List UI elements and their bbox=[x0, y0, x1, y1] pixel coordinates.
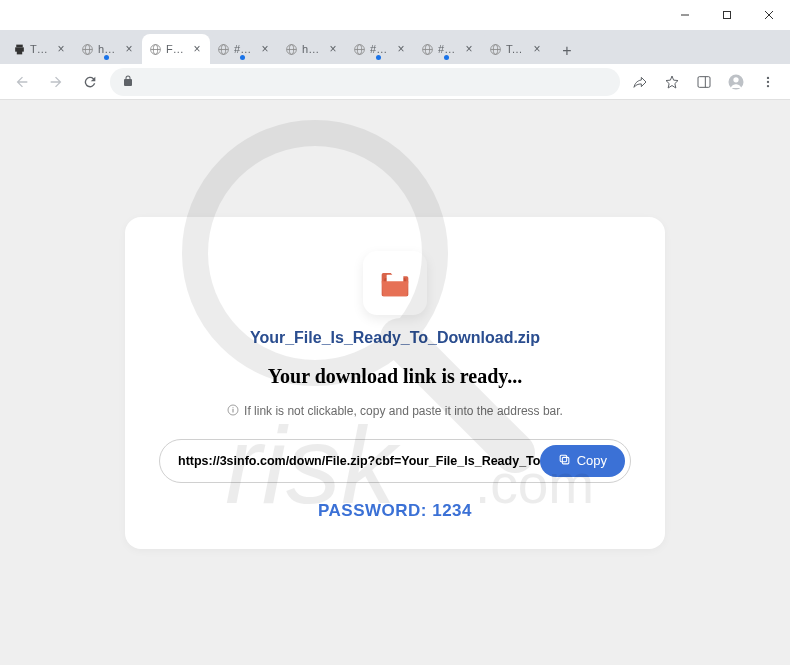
back-button[interactable] bbox=[8, 68, 36, 96]
globe-icon bbox=[420, 42, 434, 56]
forward-button[interactable] bbox=[42, 68, 70, 96]
tab-7[interactable]: To ac× bbox=[482, 34, 550, 64]
svg-point-34 bbox=[767, 84, 769, 86]
tab-close-icon[interactable]: × bbox=[530, 42, 544, 56]
tab-3[interactable]: ## do× bbox=[210, 34, 278, 64]
globe-icon bbox=[488, 42, 502, 56]
hint-row: If link is not clickable, copy and paste… bbox=[159, 404, 631, 419]
globe-icon bbox=[80, 42, 94, 56]
address-bar-row bbox=[0, 64, 790, 100]
tab-title: ## To bbox=[438, 43, 458, 55]
notification-dot bbox=[104, 55, 109, 60]
tab-title: https: bbox=[98, 43, 118, 55]
window-controls bbox=[664, 1, 790, 29]
folder-icon bbox=[363, 251, 427, 315]
tab-close-icon[interactable]: × bbox=[258, 42, 272, 56]
globe-icon bbox=[216, 42, 230, 56]
svg-point-33 bbox=[767, 80, 769, 82]
globe-icon bbox=[148, 42, 162, 56]
lock-icon bbox=[122, 73, 134, 91]
copy-label: Copy bbox=[577, 453, 607, 468]
svg-rect-28 bbox=[698, 76, 710, 87]
svg-rect-6 bbox=[16, 50, 21, 54]
svg-rect-40 bbox=[562, 457, 569, 464]
svg-point-31 bbox=[733, 77, 738, 82]
tab-title: File-S bbox=[166, 43, 186, 55]
globe-icon bbox=[284, 42, 298, 56]
tab-title: ## do bbox=[370, 43, 390, 55]
url-box: https://3sinfo.com/down/File.zip?cbf=You… bbox=[159, 439, 631, 483]
svg-rect-1 bbox=[724, 12, 731, 19]
notification-dot bbox=[376, 55, 381, 60]
titlebar bbox=[0, 0, 790, 30]
tab-close-icon[interactable]: × bbox=[190, 42, 204, 56]
tab-0[interactable]: The P× bbox=[6, 34, 74, 64]
hint-text: If link is not clickable, copy and paste… bbox=[244, 404, 563, 418]
download-card: Your_File_Is_Ready_To_Download.zip Your … bbox=[125, 217, 665, 549]
sidepanel-button[interactable] bbox=[690, 68, 718, 96]
tab-title: ## do bbox=[234, 43, 254, 55]
tab-2[interactable]: File-S× bbox=[142, 34, 210, 64]
new-tab-button[interactable]: + bbox=[554, 38, 580, 64]
printer-icon bbox=[12, 42, 26, 56]
reload-button[interactable] bbox=[76, 68, 104, 96]
menu-button[interactable] bbox=[754, 68, 782, 96]
bookmark-button[interactable] bbox=[658, 68, 686, 96]
address-bar[interactable] bbox=[110, 68, 620, 96]
maximize-button[interactable] bbox=[706, 1, 748, 29]
globe-icon bbox=[352, 42, 366, 56]
svg-rect-4 bbox=[16, 44, 23, 47]
tab-bar: The P×https:×File-S×## do×https:×## do×#… bbox=[0, 30, 790, 64]
copy-button[interactable]: Copy bbox=[540, 445, 625, 477]
tab-close-icon[interactable]: × bbox=[326, 42, 340, 56]
svg-point-38 bbox=[232, 407, 233, 408]
tab-title: The P bbox=[30, 43, 50, 55]
tab-title: To ac bbox=[506, 43, 526, 55]
tab-5[interactable]: ## do× bbox=[346, 34, 414, 64]
minimize-button[interactable] bbox=[664, 1, 706, 29]
tab-4[interactable]: https:× bbox=[278, 34, 346, 64]
tab-close-icon[interactable]: × bbox=[54, 42, 68, 56]
password-text: PASSWORD: 1234 bbox=[159, 501, 631, 521]
tab-6[interactable]: ## To× bbox=[414, 34, 482, 64]
browser-window: The P×https:×File-S×## do×https:×## do×#… bbox=[0, 0, 790, 665]
download-url[interactable]: https://3sinfo.com/down/File.zip?cbf=You… bbox=[178, 454, 540, 468]
copy-icon bbox=[558, 453, 571, 469]
toolbar-right bbox=[626, 68, 782, 96]
svg-point-32 bbox=[767, 76, 769, 78]
profile-button[interactable] bbox=[722, 68, 750, 96]
tab-close-icon[interactable]: × bbox=[394, 42, 408, 56]
svg-rect-41 bbox=[560, 455, 567, 462]
tab-title: https: bbox=[302, 43, 322, 55]
filename-text: Your_File_Is_Ready_To_Download.zip bbox=[159, 329, 631, 347]
notification-dot bbox=[240, 55, 245, 60]
share-button[interactable] bbox=[626, 68, 654, 96]
tab-close-icon[interactable]: × bbox=[122, 42, 136, 56]
notification-dot bbox=[444, 55, 449, 60]
info-icon bbox=[227, 404, 239, 419]
ready-heading: Your download link is ready... bbox=[159, 365, 631, 388]
close-window-button[interactable] bbox=[748, 1, 790, 29]
svg-rect-39 bbox=[233, 409, 234, 413]
tab-close-icon[interactable]: × bbox=[462, 42, 476, 56]
page-content: Your_File_Is_Ready_To_Download.zip Your … bbox=[0, 100, 790, 665]
tab-1[interactable]: https:× bbox=[74, 34, 142, 64]
